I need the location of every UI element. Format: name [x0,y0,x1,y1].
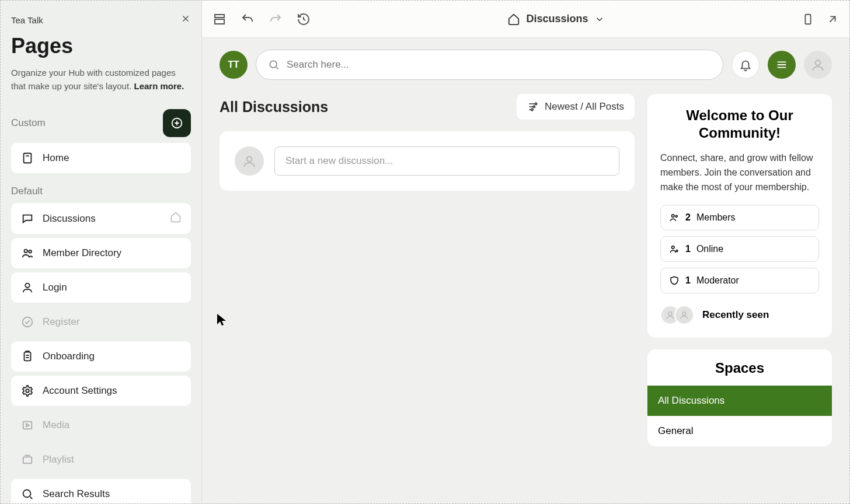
shield-icon [669,275,680,286]
undo-button[interactable] [241,12,255,26]
add-page-button[interactable] [163,109,191,137]
play-square-icon [20,418,34,432]
notifications-button[interactable] [731,51,760,79]
sidebar-item-label: Account Settings [43,385,117,397]
home-icon [507,13,520,26]
close-sidebar-button[interactable] [180,13,191,27]
space-label: All Discussions [658,395,724,406]
stat-count: 1 [685,275,691,286]
svg-point-16 [816,60,821,65]
sidebar-item-label: Discussions [43,213,96,225]
space-general[interactable]: General [647,416,832,446]
stat-members[interactable]: 2 Members [660,205,819,230]
search-input[interactable] [287,59,711,71]
filter-button[interactable]: Newest / All Posts [517,94,635,120]
svg-rect-12 [215,15,224,18]
sidebar-item-label: Member Directory [43,247,121,259]
brand-avatar[interactable]: TT [220,51,248,79]
chevron-down-icon [594,14,605,24]
menu-button[interactable] [768,51,796,79]
svg-point-5 [23,317,33,327]
users-icon [20,246,34,260]
svg-rect-8 [23,422,32,429]
sidebar-item-account-settings[interactable]: Account Settings [11,376,191,406]
sidebar-item-search-results[interactable]: Search Results [11,479,191,504]
recently-seen-row[interactable]: Recently seen [660,299,819,325]
recently-seen-label: Recently seen [702,309,769,321]
current-page-label: Discussions [526,13,588,25]
sidebar-item-label: Home [43,152,69,164]
sidebar-item-media[interactable]: Media [11,410,191,440]
mobile-preview-button[interactable] [802,13,814,26]
svg-rect-14 [805,14,810,24]
svg-point-20 [247,156,252,162]
compose-placeholder: Start a new discussion... [285,155,393,167]
svg-point-22 [675,216,677,218]
preview-area: TT All Discussions Newest / All Posts [202,38,849,503]
history-button[interactable] [297,12,311,26]
pages-sidebar: Tea Talk Pages Organize your Hub with cu… [1,1,202,503]
document-icon [20,151,34,165]
user-avatar[interactable] [804,51,832,79]
avatar-icon [810,57,825,72]
welcome-body: Connect, share, and grow with fellow mem… [660,151,819,194]
welcome-widget: Welcome to Our Community! Connect, share… [647,94,832,338]
composer-avatar [235,146,264,176]
learn-more-link[interactable]: Learn more. [134,81,184,91]
sidebar-item-label: Onboarding [43,351,95,362]
svg-rect-1 [24,153,32,163]
sidebar-item-register[interactable]: Register [11,307,191,337]
svg-point-26 [682,312,686,316]
workspace-name: Tea Talk [11,15,43,25]
discussions-heading: All Discussions [220,99,328,116]
sidebar-item-login[interactable]: Login [11,272,191,303]
recent-avatar [674,305,694,325]
sidebar-item-playlist[interactable]: Playlist [11,444,191,475]
close-icon [180,13,191,24]
redo-button[interactable] [269,12,283,26]
svg-point-18 [533,106,535,107]
global-search[interactable] [256,50,723,80]
sidebar-item-discussions[interactable]: Discussions [11,203,191,234]
open-external-button[interactable] [826,13,839,26]
avatar-stack [660,305,694,325]
stat-label: Online [696,244,723,254]
current-page-selector[interactable]: Discussions [507,13,604,26]
layout-toggle-button[interactable] [212,12,227,26]
space-label: General [658,425,693,436]
new-discussion-input[interactable]: Start a new discussion... [274,146,619,176]
users-icon [669,212,680,223]
avatar-icon [242,153,257,169]
stat-label: Members [696,212,736,223]
menu-icon [775,58,788,71]
sidebar-item-member-directory[interactable]: Member Directory [11,238,191,268]
spaces-title: Spaces [647,356,832,386]
stat-label: Moderator [696,275,739,286]
space-all-discussions[interactable]: All Discussions [647,386,832,416]
check-circle-icon [20,315,34,329]
svg-rect-13 [215,19,224,24]
gear-icon [20,384,34,398]
svg-point-2 [25,250,28,253]
svg-rect-9 [23,457,32,463]
svg-point-19 [531,108,533,110]
plus-icon [170,117,183,130]
chat-icon [20,212,34,226]
spaces-widget: Spaces All Discussions General [647,349,832,446]
svg-point-7 [26,389,29,393]
home-indicator-icon [170,211,182,226]
stat-moderator[interactable]: 1 Moderator [660,268,819,293]
sidebar-item-label: Playlist [43,454,74,466]
playlist-icon [20,453,34,467]
stat-online[interactable]: 1 Online [660,236,819,262]
search-icon [268,59,280,71]
search-icon [20,487,34,501]
default-section-label: Default [11,186,43,197]
svg-point-17 [535,103,537,104]
sidebar-item-onboarding[interactable]: Onboarding [11,341,191,372]
svg-point-25 [668,312,672,316]
sidebar-item-home[interactable]: Home [11,143,191,173]
user-icon [20,281,34,295]
svg-point-3 [29,250,32,253]
welcome-title: Welcome to Our Community! [660,107,819,142]
